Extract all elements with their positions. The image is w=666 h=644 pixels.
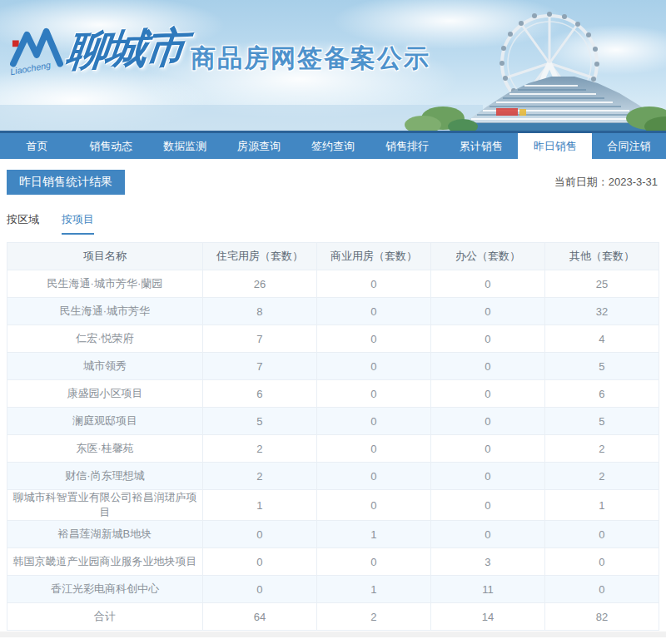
nav-item-8[interactable]: 昨日销售: [518, 133, 592, 159]
count-cell: 0: [316, 325, 430, 353]
column-header: 项目名称: [7, 243, 203, 270]
count-cell: 0: [316, 435, 430, 463]
count-cell: 2: [316, 603, 430, 631]
nav-item-1[interactable]: 首页: [0, 133, 74, 159]
project-name-cell: 民生海通·城市芳华·蘭园: [7, 270, 203, 298]
count-cell: 0: [316, 353, 430, 380]
count-cell: 2: [202, 435, 316, 463]
count-cell: 0: [430, 353, 544, 380]
main-nav: 首页销售动态数据监测房源查询签约查询销售排行累计销售昨日销售合同注销: [0, 131, 666, 159]
project-name-cell: 财信·尚东理想城: [7, 463, 203, 490]
count-cell: 6: [544, 380, 659, 408]
nav-item-9[interactable]: 合同注销: [592, 133, 666, 159]
count-cell: 0: [202, 576, 316, 603]
count-cell: 0: [430, 521, 544, 548]
main-content: 昨日销售统计结果 当前日期：2023-3-31 按区域按项目 项目名称住宅用房（…: [0, 159, 666, 631]
count-cell: 0: [430, 435, 544, 463]
count-cell: 11: [430, 576, 544, 603]
count-cell: 0: [202, 521, 316, 548]
project-name-cell: 韩国京畿道产业园商业服务业地块项目: [7, 548, 203, 576]
filter-tab-1[interactable]: 按区域: [7, 212, 39, 235]
count-cell: 64: [202, 603, 316, 631]
count-cell: 0: [430, 380, 544, 408]
current-date-prefix: 当前日期：: [554, 176, 609, 188]
count-cell: 5: [544, 408, 659, 435]
count-cell: 0: [202, 548, 316, 576]
table-row: 澜庭观邸项目5005: [7, 408, 659, 435]
site-logo-city: 聊城市: [63, 18, 187, 81]
table-row: 康盛园小区项目6006: [7, 380, 659, 408]
column-header: 商业用房（套数）: [316, 243, 430, 270]
count-cell: 0: [316, 408, 430, 435]
project-name-cell: 仁宏·悦荣府: [7, 325, 203, 353]
table-row: 民生海通·城市芳华·蘭园260025: [7, 270, 659, 298]
count-cell: 2: [544, 463, 659, 490]
count-cell: 0: [316, 490, 430, 521]
table-header-row: 项目名称住宅用房（套数）商业用房（套数）办公（套数）其他（套数）: [7, 243, 659, 270]
site-title: 商品房网签备案公示: [191, 42, 430, 76]
nav-item-5[interactable]: 签约查询: [296, 133, 370, 159]
table-row: 财信·尚东理想城2002: [7, 463, 659, 490]
count-cell: 0: [316, 380, 430, 408]
current-date: 当前日期：2023-3-31: [554, 175, 658, 190]
count-cell: 2: [202, 463, 316, 490]
table-row: 仁宏·悦荣府7004: [7, 325, 659, 353]
table-row: 城市领秀7005: [7, 353, 659, 380]
count-cell: 5: [544, 353, 659, 380]
building-sign: [496, 108, 518, 116]
nav-item-6[interactable]: 销售排行: [370, 133, 444, 159]
sales-table-head: 项目名称住宅用房（套数）商业用房（套数）办公（套数）其他（套数）: [7, 243, 659, 270]
section-title-badge: 昨日销售统计结果: [7, 170, 125, 195]
current-date-value: 2023-3-31: [609, 176, 658, 188]
bottom-strip: [0, 632, 666, 637]
count-cell: 14: [430, 603, 544, 631]
column-header: 其他（套数）: [544, 243, 659, 270]
nav-item-2[interactable]: 销售动态: [74, 133, 148, 159]
filter-tab-2[interactable]: 按项目: [62, 212, 94, 235]
section-head: 昨日销售统计结果 当前日期：2023-3-31: [0, 159, 666, 195]
count-cell: 0: [316, 548, 430, 576]
count-cell: 0: [430, 463, 544, 490]
count-cell: 0: [316, 298, 430, 325]
banner: Liaocheng 聊城市 商品房网签备案公示: [0, 0, 666, 131]
count-cell: 5: [202, 408, 316, 435]
count-cell: 0: [430, 490, 544, 521]
table-row: 民生海通·城市芳华80032: [7, 298, 659, 325]
count-cell: 0: [544, 521, 659, 548]
project-name-cell: 聊城市科智置业有限公司裕昌润珺庐项目: [7, 490, 203, 521]
count-cell: 7: [202, 325, 316, 353]
project-name-cell: 香江光彩电商科创中心: [7, 576, 203, 603]
column-header: 住宅用房（套数）: [202, 243, 316, 270]
count-cell: 7: [202, 353, 316, 380]
count-cell: 0: [316, 270, 430, 298]
count-cell: 0: [544, 548, 659, 576]
column-header: 办公（套数）: [430, 243, 544, 270]
count-cell: 6: [202, 380, 316, 408]
count-cell: 0: [430, 408, 544, 435]
count-cell: 0: [544, 576, 659, 603]
project-name-cell: 东医·桂馨苑: [7, 435, 203, 463]
count-cell: 32: [544, 298, 659, 325]
table-row: 合计6421482: [7, 603, 659, 631]
nav-item-4[interactable]: 房源查询: [222, 133, 296, 159]
nav-item-3[interactable]: 数据监测: [148, 133, 222, 159]
count-cell: 82: [544, 603, 659, 631]
project-name-cell: 城市领秀: [7, 353, 203, 380]
sales-table-body: 民生海通·城市芳华·蘭园260025民生海通·城市芳华80032仁宏·悦荣府70…: [7, 270, 659, 631]
count-cell: 4: [544, 325, 659, 353]
count-cell: 8: [202, 298, 316, 325]
brand: Liaocheng 聊城市 商品房网签备案公示: [10, 20, 430, 78]
project-name-cell: 民生海通·城市芳华: [7, 298, 203, 325]
table-row: 韩国京畿道产业园商业服务业地块项目0030: [7, 548, 659, 576]
count-cell: 0: [430, 325, 544, 353]
count-cell: 0: [430, 270, 544, 298]
project-name-cell: 裕昌莲湖新城B地块: [7, 521, 203, 548]
count-cell: 26: [202, 270, 316, 298]
count-cell: 1: [316, 521, 430, 548]
nav-item-7[interactable]: 累计销售: [444, 133, 518, 159]
table-row: 东医·桂馨苑2002: [7, 435, 659, 463]
filter-tabs: 按区域按项目: [0, 195, 666, 235]
count-cell: 1: [316, 576, 430, 603]
project-name-cell: 康盛园小区项目: [7, 380, 203, 408]
table-row: 裕昌莲湖新城B地块0100: [7, 521, 659, 548]
